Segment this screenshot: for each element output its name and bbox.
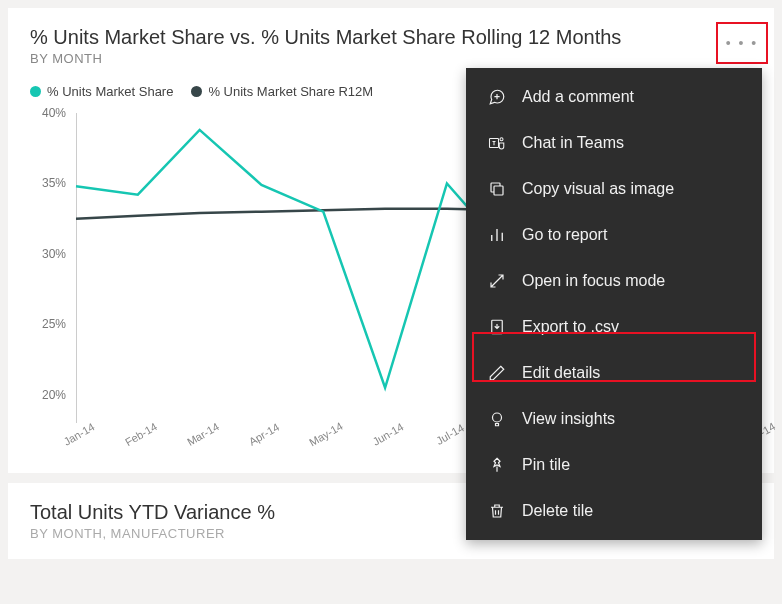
menu-delete-tile[interactable]: Delete tile <box>466 488 762 534</box>
y-tick: 20% <box>42 388 66 402</box>
y-axis: 40%35%30%25%20% <box>36 113 72 423</box>
menu-edit-details[interactable]: Edit details <box>466 350 762 396</box>
y-tick: 40% <box>42 106 66 120</box>
menu-label: Go to report <box>522 226 607 244</box>
context-menu: Add a comment Chat in Teams Copy visual … <box>466 68 762 540</box>
comment-icon <box>488 88 506 106</box>
x-tick: Jan-14 <box>61 421 96 448</box>
legend-swatch-series1 <box>30 86 41 97</box>
teams-icon <box>488 134 506 152</box>
menu-go-report[interactable]: Go to report <box>466 212 762 258</box>
menu-label: Open in focus mode <box>522 272 665 290</box>
svg-point-1 <box>500 138 503 141</box>
x-tick: May-14 <box>307 420 345 449</box>
focus-icon <box>488 272 506 290</box>
menu-chat-teams[interactable]: Chat in Teams <box>466 120 762 166</box>
export-icon <box>488 318 506 336</box>
menu-pin-tile[interactable]: Pin tile <box>466 442 762 488</box>
more-options-button[interactable]: • • • <box>722 28 762 58</box>
menu-view-insights[interactable]: View insights <box>466 396 762 442</box>
menu-label: Copy visual as image <box>522 180 674 198</box>
x-tick: Mar-14 <box>185 420 221 448</box>
legend-label-series2: % Units Market Share R12M <box>208 84 373 99</box>
legend-item-series2[interactable]: % Units Market Share R12M <box>191 84 373 99</box>
menu-export-csv[interactable]: Export to .csv <box>466 304 762 350</box>
pin-icon <box>488 456 506 474</box>
tile-subtitle: BY MONTH <box>30 51 752 66</box>
menu-copy-visual[interactable]: Copy visual as image <box>466 166 762 212</box>
y-tick: 25% <box>42 317 66 331</box>
delete-icon <box>488 502 506 520</box>
x-tick: Jun-14 <box>371 421 406 448</box>
legend-item-series1[interactable]: % Units Market Share <box>30 84 173 99</box>
menu-add-comment[interactable]: Add a comment <box>466 74 762 120</box>
copy-icon <box>488 180 506 198</box>
menu-label: Pin tile <box>522 456 570 474</box>
insights-icon <box>488 410 506 428</box>
tile-title: % Units Market Share vs. % Units Market … <box>30 26 752 49</box>
svg-rect-2 <box>494 186 503 195</box>
menu-label: Chat in Teams <box>522 134 624 152</box>
menu-label: Delete tile <box>522 502 593 520</box>
x-tick: Apr-14 <box>247 421 282 448</box>
legend-label-series1: % Units Market Share <box>47 84 173 99</box>
x-tick: Jul-14 <box>434 422 466 447</box>
report-icon <box>488 226 506 244</box>
y-tick: 30% <box>42 247 66 261</box>
legend-swatch-series2 <box>191 86 202 97</box>
edit-icon <box>488 364 506 382</box>
menu-label: Add a comment <box>522 88 634 106</box>
y-tick: 35% <box>42 176 66 190</box>
menu-label: Edit details <box>522 364 600 382</box>
menu-open-focus[interactable]: Open in focus mode <box>466 258 762 304</box>
menu-label: View insights <box>522 410 615 428</box>
svg-point-4 <box>493 413 502 422</box>
menu-label: Export to .csv <box>522 318 619 336</box>
x-tick: Feb-14 <box>123 420 159 448</box>
